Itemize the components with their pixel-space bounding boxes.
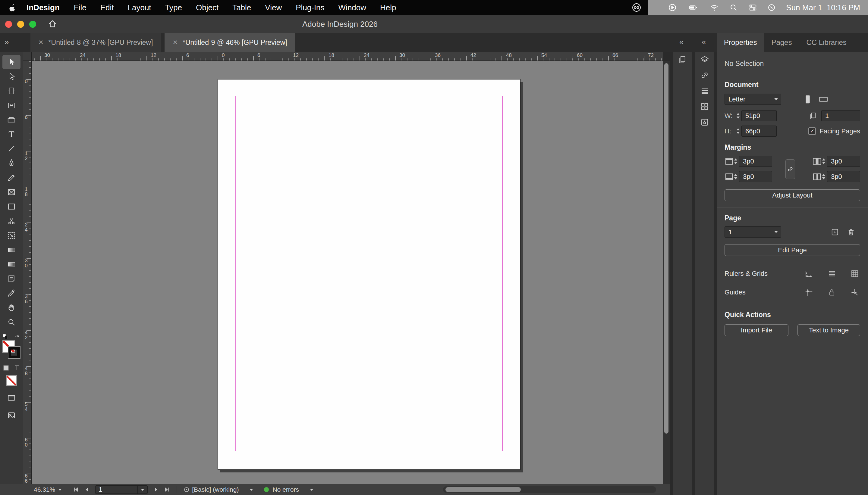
view-options-button[interactable] [2, 408, 20, 423]
media-control-icon[interactable] [668, 3, 677, 12]
stroke-panel-icon[interactable] [695, 83, 714, 99]
pages-panel-icon[interactable] [673, 52, 692, 67]
menu-type[interactable]: Type [158, 3, 189, 12]
menu-file[interactable]: File [67, 3, 94, 12]
default-fill-stroke-icon[interactable] [2, 334, 9, 340]
screen-mode-button[interactable] [2, 391, 20, 405]
height-field[interactable]: 66p0 [741, 125, 777, 137]
menu-layout[interactable]: Layout [121, 3, 158, 12]
link-margins-toggle[interactable] [785, 159, 795, 179]
zoom-tool[interactable] [2, 315, 20, 329]
zoom-window-button[interactable] [29, 21, 36, 28]
control-center-icon[interactable] [748, 3, 757, 12]
last-page-button[interactable] [162, 484, 173, 495]
inside-margin-stepper[interactable] [822, 158, 825, 164]
eyedropper-tool[interactable] [2, 286, 20, 301]
facing-pages-checkbox[interactable]: ✓ [808, 127, 816, 135]
show-rulers-button[interactable] [803, 268, 814, 279]
vertical-ruler[interactable]: 0 6 12 18 24 30 36 42 48 54 60 66 [23, 61, 32, 484]
free-transform-tool[interactable] [2, 228, 20, 243]
dock2-collapse-arrows[interactable]: « [702, 37, 706, 47]
delete-page-button[interactable] [846, 227, 856, 238]
landscape-orientation-button[interactable] [818, 95, 829, 104]
toolbar-overflow-arrows[interactable]: » [4, 37, 9, 47]
pasteboard[interactable] [32, 61, 663, 484]
tab-pages[interactable]: Pages [764, 33, 799, 52]
swatches-panel-icon[interactable] [695, 99, 714, 115]
vertical-scrollbar-thumb[interactable] [664, 63, 669, 433]
menu-plugins[interactable]: Plug-Ins [289, 3, 331, 12]
top-margin-stepper[interactable] [734, 158, 737, 164]
type-tool[interactable] [2, 127, 20, 141]
pencil-tool[interactable] [2, 170, 20, 185]
apply-none-button[interactable] [6, 375, 17, 386]
document-grid-button[interactable] [849, 268, 860, 279]
show-guides-button[interactable] [803, 287, 814, 298]
ruler-origin-corner[interactable] [23, 52, 32, 61]
document-tab-untitled-8[interactable]: ✕ *Untitled-8 @ 37% [GPU Preview] [30, 33, 161, 52]
menu-object[interactable]: Object [189, 3, 226, 12]
statusbar-page-dropdown[interactable]: 1 [95, 485, 148, 494]
search-icon[interactable] [730, 3, 738, 12]
rectangle-tool[interactable] [2, 199, 20, 214]
gradient-feather-tool[interactable] [2, 257, 20, 272]
text-to-image-button[interactable]: Text to Image [798, 324, 860, 336]
document-tab-untitled-9[interactable]: ✕ *Untitled-9 @ 46% [GPU Preview] [165, 33, 295, 52]
portrait-orientation-button[interactable] [803, 94, 813, 105]
menubar-clock[interactable]: Sun Mar 1 10:16 PM [786, 3, 860, 12]
menu-edit[interactable]: Edit [94, 3, 121, 12]
tab-cc-libraries[interactable]: CC Libraries [799, 33, 853, 52]
close-tab-icon[interactable]: ✕ [38, 39, 44, 46]
content-collector-tool[interactable] [2, 113, 20, 127]
horizontal-ruler[interactable]: 30 24 18 12 6 0 6 12 18 24 30 36 42 48 5… [32, 52, 663, 61]
rectangle-frame-tool[interactable] [2, 185, 20, 199]
wifi-icon[interactable] [709, 3, 719, 12]
swap-fill-stroke-icon[interactable] [14, 334, 20, 340]
zoom-level-dropdown[interactable]: 46.31% [34, 486, 62, 493]
menu-table[interactable]: Table [226, 3, 258, 12]
menu-window[interactable]: Window [331, 3, 373, 12]
page-size-dropdown[interactable]: Letter [724, 93, 781, 105]
battery-icon[interactable] [687, 3, 699, 12]
tab-properties[interactable]: Properties [717, 33, 764, 52]
next-page-button[interactable] [151, 484, 162, 495]
outside-margin-field[interactable]: 3p0 [827, 171, 860, 182]
home-icon[interactable] [48, 19, 57, 29]
cc-libraries-panel-icon[interactable] [695, 115, 714, 130]
close-tab-icon[interactable]: ✕ [173, 39, 178, 46]
previous-page-button[interactable] [81, 484, 92, 495]
menu-help[interactable]: Help [373, 3, 403, 12]
pen-tool[interactable] [2, 156, 20, 170]
note-tool[interactable] [2, 272, 20, 286]
direct-selection-tool[interactable] [2, 69, 20, 84]
apple-menu-icon[interactable] [8, 2, 17, 13]
selection-tool[interactable] [2, 55, 20, 69]
height-stepper[interactable] [737, 128, 740, 134]
document-page[interactable] [218, 79, 521, 470]
adjust-layout-button[interactable]: Adjust Layout [724, 189, 860, 201]
formatting-affects-container-button[interactable] [2, 364, 10, 372]
outside-margin-stepper[interactable] [822, 174, 825, 180]
vertical-scrollbar[interactable] [663, 61, 670, 484]
preflight-profile-dropdown[interactable]: [Basic] (working) [192, 486, 253, 493]
menubar-app-name[interactable]: InDesign [19, 3, 67, 12]
close-window-button[interactable] [5, 21, 12, 28]
import-file-button[interactable]: Import File [724, 324, 788, 336]
preflight-status-dropdown[interactable]: No errors [273, 486, 313, 493]
bottom-margin-stepper[interactable] [734, 174, 737, 180]
l8ck-guides-button[interactable] [826, 287, 837, 298]
stroke-swatch[interactable] [9, 347, 20, 358]
width-stepper[interactable] [737, 113, 740, 119]
menu-view[interactable]: View [258, 3, 289, 12]
scissors-tool[interactable] [2, 214, 20, 228]
edit-page-button[interactable]: Edit Page [724, 244, 860, 256]
pages-count-field[interactable]: 1 [821, 110, 860, 121]
minimize-window-button[interactable] [17, 21, 24, 28]
formatting-affects-text-button[interactable] [13, 364, 20, 372]
horizontal-scrollbar[interactable] [443, 486, 656, 493]
horizontal-scrollbar-thumb[interactable] [445, 487, 521, 492]
dock1-collapse-arrows[interactable]: « [679, 37, 684, 47]
bottom-margin-field[interactable]: 3p0 [739, 171, 772, 182]
page-tool[interactable] [2, 84, 20, 98]
add-page-button[interactable] [830, 227, 840, 238]
